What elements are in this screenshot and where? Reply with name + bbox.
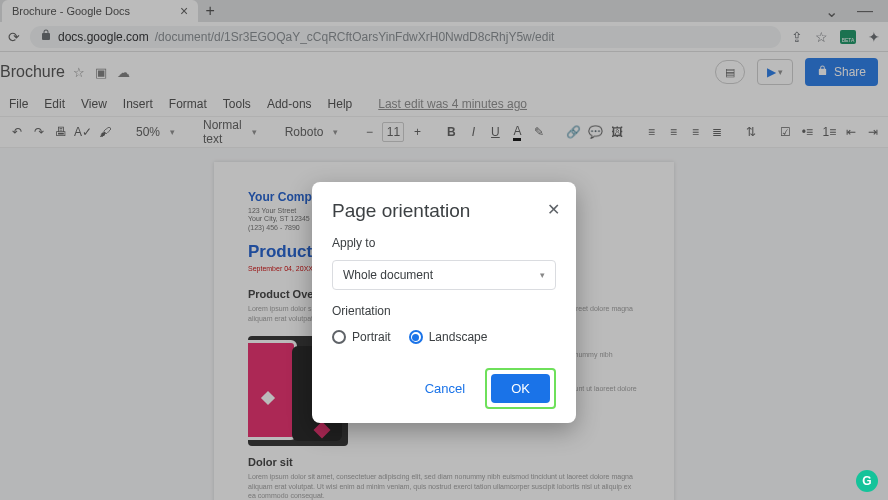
apply-to-select[interactable]: Whole document ▾ <box>332 260 556 290</box>
radio-icon <box>332 330 346 344</box>
portrait-label: Portrait <box>352 330 391 344</box>
portrait-radio[interactable]: Portrait <box>332 330 391 344</box>
landscape-radio[interactable]: Landscape <box>409 330 488 344</box>
close-dialog-icon[interactable]: ✕ <box>547 200 560 219</box>
apply-to-value: Whole document <box>343 268 433 282</box>
landscape-label: Landscape <box>429 330 488 344</box>
dialog-title: Page orientation <box>332 200 556 222</box>
ok-button[interactable]: OK <box>491 374 550 403</box>
cancel-button[interactable]: Cancel <box>415 375 475 402</box>
orientation-label: Orientation <box>332 304 556 318</box>
apply-to-label: Apply to <box>332 236 556 250</box>
grammarly-icon[interactable]: G <box>856 470 878 492</box>
ok-highlight: OK <box>485 368 556 409</box>
chevron-down-icon: ▾ <box>540 270 545 280</box>
page-orientation-dialog: Page orientation ✕ Apply to Whole docume… <box>312 182 576 423</box>
radio-icon <box>409 330 423 344</box>
